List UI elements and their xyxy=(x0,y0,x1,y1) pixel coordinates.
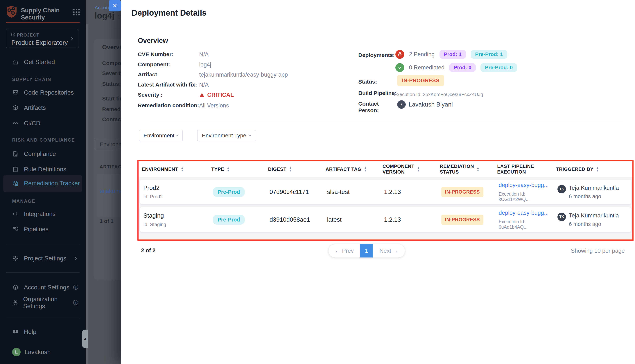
column-label: LAST PIPELINE xyxy=(497,164,534,169)
modal-header: Deployment Details xyxy=(121,0,635,26)
sort-icon: ▲▼ xyxy=(227,166,230,172)
prod-badge: Prod: 1 xyxy=(439,50,466,59)
prev-page-button[interactable]: ← Prev xyxy=(329,244,360,258)
next-page-button[interactable]: Next → xyxy=(373,244,405,258)
table-row[interactable]: Prod2 Id: Prod2 Pre-Prod 07d90c4c1171 sl… xyxy=(140,180,631,204)
component-version-value: 1.2.13 xyxy=(384,216,401,223)
sidebar-item-help[interactable]: Help xyxy=(0,328,86,336)
column-header-remediation-status[interactable]: REMEDIATIONSTATUS ▲▼ xyxy=(437,164,494,175)
component-version-value: 1.2.13 xyxy=(384,188,401,196)
sidebar-item-account-settings[interactable]: Account Settings ⓘ xyxy=(0,283,86,292)
page-1-button[interactable]: 1 xyxy=(360,244,373,258)
sidebar-item-label: Integrations xyxy=(24,210,56,218)
sidebar-item-pipelines[interactable]: Pipelines xyxy=(0,225,86,234)
environment-type-filter-label: Environment Type xyxy=(202,132,246,139)
sort-icon: ▲▼ xyxy=(477,166,479,172)
artifact-tag-value: slsa-test xyxy=(327,188,350,196)
column-header-last-pipeline-execution[interactable]: LAST PIPELINEEXECUTION xyxy=(494,164,553,175)
column-header-type[interactable]: TYPE ▲▼ xyxy=(208,166,265,172)
pager: ← Prev 1 Next → xyxy=(329,244,405,258)
sidebar-user[interactable]: L Lavakush xyxy=(0,348,86,356)
document-search-icon xyxy=(12,150,20,157)
sidebar-item-remediation-tracker[interactable]: Remediation Tracker xyxy=(0,179,86,188)
field-label: Latest Artifact with fix: xyxy=(138,82,197,88)
field-value: log4j xyxy=(199,61,211,68)
sidebar-item-cicd[interactable]: CI/CD xyxy=(0,119,86,128)
section-manage: MANAGE xyxy=(12,198,35,204)
sidebar: Supply Chain Security PROJECT Product Ex… xyxy=(0,0,86,364)
project-selector[interactable]: PROJECT Product Exploratory xyxy=(6,29,79,48)
modal-title: Deployment Details xyxy=(132,8,207,18)
remediated-deployments-row: 0 Remediated Prod: 0 Pre-Prod: 0 xyxy=(395,62,517,73)
table-row[interactable]: Staging Id: Staging Pre-Prod d3910d058ae… xyxy=(140,207,631,232)
sidebar-item-get-started[interactable]: Get Started xyxy=(0,58,86,66)
field-label: Component: xyxy=(138,61,170,68)
triggered-time: 6 months ago xyxy=(569,221,619,227)
sidebar-item-organization-settings[interactable]: Organization Settings ⓘ xyxy=(0,298,86,307)
triggered-by-name: Teja Kummarikuntla xyxy=(569,212,619,219)
sidebar-item-compliance[interactable]: Compliance xyxy=(0,150,86,158)
deployments-label: Deployments: xyxy=(358,52,395,58)
cube-icon xyxy=(12,104,20,111)
environment-name: Staging xyxy=(143,212,164,219)
background-artifact-label: ARTIFACT xyxy=(100,164,125,170)
info-icon[interactable]: ⓘ xyxy=(73,284,78,291)
column-header-triggered-by[interactable]: TRIGGERED BY ▲▼ xyxy=(553,166,632,172)
column-header-component-version[interactable]: COMPONENTVERSION ▲▼ xyxy=(379,164,437,175)
chevron-down-icon xyxy=(248,133,252,138)
pipeline-link[interactable]: deploy-easy-bugg... xyxy=(499,182,549,188)
remediation-status-badge: IN-PROGRESS xyxy=(441,215,483,225)
sidebar-item-project-settings[interactable]: Project Settings xyxy=(0,254,86,263)
sort-icon: ▲▼ xyxy=(417,166,420,172)
close-icon: ✕ xyxy=(112,2,118,9)
sort-icon: ▲▼ xyxy=(181,166,184,172)
chevron-right-icon xyxy=(73,256,78,261)
remediation-status-badge: IN-PROGRESS xyxy=(441,187,483,197)
clipboard-check-icon xyxy=(12,166,20,173)
environment-type-filter-dropdown[interactable]: Environment Type xyxy=(197,130,256,142)
section-supply-chain: SUPPLY CHAIN xyxy=(12,77,51,82)
pipeline-link[interactable]: deploy-easy-bugg... xyxy=(499,210,549,216)
environment-id: Id: Staging xyxy=(143,222,166,227)
pending-clock-icon xyxy=(395,50,404,59)
app-switcher-icon[interactable] xyxy=(73,9,80,16)
column-label: TYPE xyxy=(211,166,224,172)
preprod-badge: Pre-Prod: 1 xyxy=(471,50,507,59)
page-title: log4j xyxy=(95,11,114,20)
field-label: Artifact: xyxy=(138,72,159,78)
field-label: Severity : xyxy=(138,92,163,98)
pending-count: 2 Pending xyxy=(409,51,435,58)
per-page-label: Showing 10 per page xyxy=(571,248,625,254)
sidebar-item-label: Code Repositories xyxy=(24,89,74,96)
pipeline-execution-id: Execution Id: 6uAq1b4AQ... xyxy=(499,219,554,230)
status-label: Status: xyxy=(358,78,377,85)
info-icon[interactable]: ⓘ xyxy=(73,299,78,306)
column-header-artifact-tag[interactable]: ARTIFACT TAG ▲▼ xyxy=(322,166,379,172)
status-badge: IN-PROGRESS xyxy=(397,75,444,86)
collapse-arrow-icon: ◀ xyxy=(84,337,86,341)
column-label: REMEDIATION xyxy=(440,164,474,169)
close-button[interactable]: ✕ xyxy=(109,0,121,12)
page-scrollbar[interactable] xyxy=(86,24,88,364)
sidebar-item-code-repositories[interactable]: Code Repositories xyxy=(0,88,86,97)
environment-id: Id: Prod2 xyxy=(143,194,163,200)
sidebar-item-label: Artifacts xyxy=(24,104,46,111)
sidebar-item-artifacts[interactable]: Artifacts xyxy=(0,104,86,112)
environment-filter-label: Environment xyxy=(144,132,174,139)
column-label-line2: STATUS xyxy=(440,169,474,175)
user-avatar: L xyxy=(12,348,21,356)
column-label-line2: VERSION xyxy=(383,169,414,175)
sidebar-item-rule-definitions[interactable]: Rule Definitions xyxy=(0,165,86,174)
sidebar-item-integrations[interactable]: Integrations xyxy=(0,210,86,218)
sidebar-item-label: Get Started xyxy=(24,58,55,66)
environment-filter-dropdown[interactable]: Environment xyxy=(139,130,183,142)
package-icon xyxy=(12,180,20,186)
column-header-environment[interactable]: ENVIRONMENT ▲▼ xyxy=(139,166,208,172)
sidebar-item-label: Compliance xyxy=(24,150,56,158)
sidebar-collapse-handle[interactable]: ◀ xyxy=(82,330,88,348)
field-value: N/A xyxy=(199,82,209,88)
column-header-digest[interactable]: DIGEST ▲▼ xyxy=(265,166,322,172)
sidebar-item-label: Remediation Tracker xyxy=(24,180,80,187)
user-initials-avatar: TK xyxy=(557,213,566,221)
app-title: Supply Chain Security xyxy=(21,6,73,21)
